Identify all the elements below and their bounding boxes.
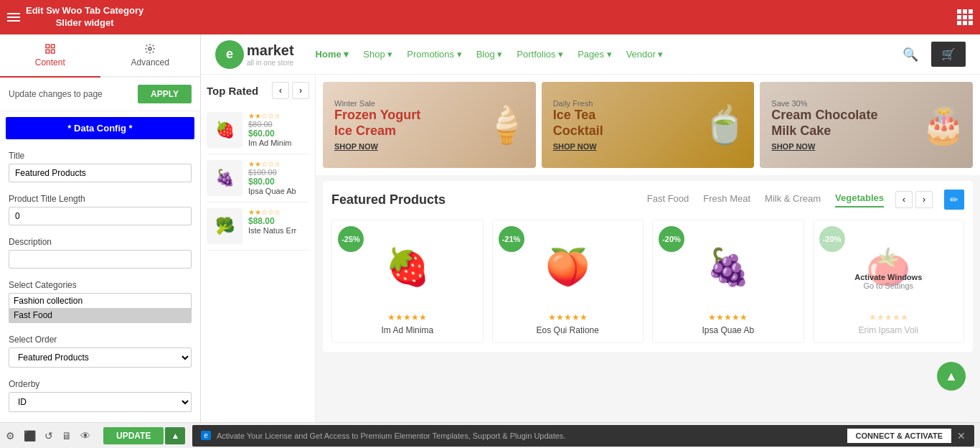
- list-item: 🥦 ★★☆☆☆ $88.00 Iste Natus Err: [207, 202, 309, 251]
- banner-frozen-yogurt: Winter Sale Frozen YogurtIce Cream SHOP …: [323, 82, 536, 168]
- edit-icon-button[interactable]: ✏: [944, 190, 964, 210]
- description-group: Description: [0, 231, 200, 274]
- featured-prev[interactable]: ‹: [895, 191, 913, 208]
- price-new: $60.00: [248, 129, 309, 139]
- svg-rect-0: [46, 45, 50, 48]
- sidebar-tabs: Content Advanced: [0, 34, 200, 78]
- nav-links: Home ▾ Shop ▾ Promotions ▾ Blog ▾ Portfo…: [316, 49, 875, 60]
- elementor-icon: e: [201, 431, 211, 440]
- data-config-bar: * Data Config *: [6, 117, 194, 139]
- select-order-group: Select Order Featured Products: [0, 329, 200, 373]
- banner-ice-tea: Daily Fresh Ice TeaCocktail SHOP NOW 🍵: [542, 82, 755, 168]
- search-button[interactable]: 🔍: [897, 44, 924, 65]
- svg-rect-1: [51, 45, 55, 48]
- notification-bar: e Activate Your License and Get Access t…: [192, 425, 974, 447]
- orderby-group: Orderby ID: [0, 373, 200, 418]
- layers-icon[interactable]: ⬛: [24, 430, 36, 442]
- topbar-title: Edit Sw Woo Tab Category Slider widget: [26, 5, 143, 29]
- select-order-label: Select Order: [9, 335, 192, 345]
- notification-close[interactable]: ✕: [957, 430, 966, 442]
- discount-badge: -21%: [499, 226, 524, 252]
- featured-section: Featured Products Fast Food Fresh Meat M…: [323, 181, 973, 352]
- product-title-length-input[interactable]: [9, 207, 192, 225]
- product-stars: ★★☆☆☆: [248, 112, 309, 120]
- notification-text: Activate Your License and Get Access to …: [217, 431, 566, 440]
- update-button[interactable]: UPDATE: [103, 427, 164, 444]
- sidebar: Content Advanced Update changes to page …: [0, 34, 201, 422]
- nav-shop[interactable]: Shop ▾: [363, 49, 392, 60]
- list-item: 🍓 ★★☆☆☆ $80.00 $60.00 Im Ad Minim: [207, 106, 309, 154]
- title-input[interactable]: [9, 164, 192, 182]
- price-old: $100.00: [248, 168, 309, 177]
- product-image: 🍓: [207, 112, 242, 148]
- nav-home[interactable]: Home ▾: [316, 49, 349, 60]
- orderby-label: Orderby: [9, 379, 192, 389]
- select-categories-select[interactable]: Fashion collection Fast Food: [9, 293, 192, 323]
- products-list-next[interactable]: ›: [292, 82, 309, 99]
- nav-pages[interactable]: Pages ▾: [578, 49, 611, 60]
- products-list-title: Top Rated ‹ ›: [207, 82, 309, 99]
- product-title-length-label: Product Title Length: [9, 194, 192, 204]
- update-label: Update changes to page: [9, 89, 103, 99]
- description-input[interactable]: [9, 250, 192, 269]
- description-label: Description: [9, 237, 192, 247]
- product-title-length-group: Product Title Length: [0, 188, 200, 231]
- nav-blog[interactable]: Blog ▾: [476, 49, 503, 60]
- cat-tab-fastfood[interactable]: Fast Food: [647, 193, 689, 207]
- update-row: Update changes to page APPLY: [0, 78, 200, 111]
- cat-tab-vegetables[interactable]: Vegetables: [835, 192, 884, 207]
- product-name: Iste Natus Err: [248, 226, 309, 235]
- apply-button[interactable]: APPLY: [138, 85, 192, 103]
- settings-icon[interactable]: ⚙: [6, 430, 15, 442]
- svg-point-4: [149, 47, 151, 50]
- preview-icon[interactable]: 👁: [80, 430, 90, 442]
- product-image: 🥦: [207, 208, 242, 244]
- discount-badge: -20%: [659, 226, 684, 252]
- cart-button[interactable]: 🛒: [931, 42, 966, 67]
- connect-activate-button[interactable]: CONNECT & ACTIVATE: [847, 429, 951, 443]
- logo-circle: e: [215, 40, 244, 69]
- nav-promotions[interactable]: Promotions ▾: [407, 49, 461, 60]
- product-image: 🍇: [207, 160, 242, 196]
- grid-icon[interactable]: [957, 9, 973, 25]
- products-list-prev[interactable]: ‹: [272, 82, 289, 99]
- products-list: Top Rated ‹ › 🍓 ★★☆☆☆ $80.00 $60.00 Im A…: [201, 75, 316, 422]
- banner-image: 🍦: [484, 104, 529, 146]
- scroll-top-button[interactable]: ▲: [937, 362, 966, 391]
- price-new: $88.00: [248, 216, 309, 226]
- price-new: $80.00: [248, 177, 309, 187]
- featured-controls: Fast Food Fresh Meat Milk & Cream Vegeta…: [647, 190, 964, 210]
- top-nav: e market all in one store Home ▾ Shop ▾ …: [201, 34, 980, 75]
- select-order-select[interactable]: Featured Products: [9, 347, 192, 368]
- featured-next[interactable]: ›: [915, 191, 933, 208]
- nav-portfolios[interactable]: Portfolios ▾: [517, 49, 563, 60]
- windows-overlay: Activate Windows Go to Settings: [814, 220, 964, 342]
- logo: e market all in one store: [215, 40, 294, 69]
- cat-tab-freshmeat[interactable]: Fresh Meat: [703, 193, 750, 207]
- tab-advanced[interactable]: Advanced: [100, 34, 201, 76]
- product-stars: ★★☆☆☆: [248, 160, 309, 168]
- orderby-select[interactable]: ID: [9, 392, 192, 412]
- nav-vendor[interactable]: Vendor ▾: [626, 49, 664, 60]
- product-stars: ★★☆☆☆: [248, 208, 309, 216]
- product-card: -25% 🍓 ★★★★★ Im Ad Minima: [331, 220, 484, 343]
- banner-section: Winter Sale Frozen YogurtIce Cream SHOP …: [316, 75, 980, 175]
- featured-title: Featured Products: [331, 192, 446, 207]
- responsive-icon[interactable]: 🖥: [62, 430, 72, 442]
- products-grid: -25% 🍓 ★★★★★ Im Ad Minima -21% 🍑 ★★★★★ E…: [331, 220, 964, 343]
- svg-rect-2: [46, 50, 50, 53]
- tab-content[interactable]: Content: [0, 34, 100, 78]
- update-dropdown[interactable]: ▲: [165, 427, 185, 444]
- cat-tab-milkcream[interactable]: Milk & Cream: [765, 193, 821, 207]
- list-item: 🍇 ★★☆☆☆ $100.00 $80.00 Ipsa Quae Ab: [207, 154, 309, 202]
- hamburger-menu[interactable]: [7, 13, 20, 22]
- select-categories-label: Select Categories: [9, 280, 192, 290]
- product-name: Ipsa Quae Ab: [248, 187, 309, 195]
- history-icon[interactable]: ↺: [44, 430, 53, 442]
- right-panel: Top Rated ‹ › 🍓 ★★☆☆☆ $80.00 $60.00 Im A…: [201, 75, 980, 422]
- category-tabs: Fast Food Fresh Meat Milk & Cream Vegeta…: [647, 192, 884, 207]
- top-bar: Edit Sw Woo Tab Category Slider widget: [0, 0, 980, 34]
- logo-sub: all in one store: [247, 59, 294, 67]
- title-group: Title: [0, 145, 200, 188]
- content-area: e market all in one store Home ▾ Shop ▾ …: [201, 34, 980, 422]
